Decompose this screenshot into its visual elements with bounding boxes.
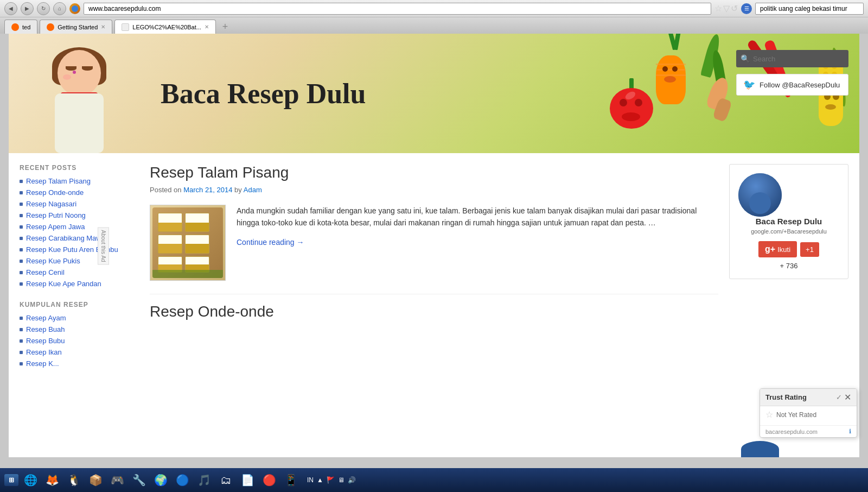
trust-rating-row: ☆ Not Yet Rated xyxy=(765,409,851,420)
post2-title-link[interactable]: Resep Onde-onde xyxy=(150,303,274,320)
browser-menu-icon[interactable]: ☰ xyxy=(741,3,752,14)
tab-icon-lego xyxy=(122,23,129,31)
bullet-icon xyxy=(20,180,23,183)
list-item: Resep Ikan xyxy=(20,348,139,356)
list-item: Resep Kue Pukis xyxy=(20,257,139,265)
recent-posts-list: Resep Talam Pisang Resep Onde-onde Resep… xyxy=(20,177,139,288)
bullet-icon xyxy=(20,191,23,194)
list-item: Resep K... xyxy=(20,359,139,368)
trust-status: Not Yet Rated xyxy=(776,411,816,419)
recent-post-link-10[interactable]: Resep Kue Ape Pandan xyxy=(26,280,101,288)
bullet-icon xyxy=(20,225,23,229)
browser-logo xyxy=(69,3,80,14)
recent-posts-title: RECENT POSTS xyxy=(20,164,139,172)
kumpulan-link-2[interactable]: Resep Buah xyxy=(26,325,65,333)
search-icon: 🔍 xyxy=(741,54,750,63)
post-divider xyxy=(150,294,718,294)
gplus-avatar xyxy=(738,173,782,217)
trust-footer: bacaresepdulu.com ℹ xyxy=(760,425,857,437)
gplus-follow-row: g+ Ikuti +1 xyxy=(738,241,839,257)
trust-close-button[interactable]: ✕ xyxy=(844,392,851,402)
tab-ted[interactable]: ted xyxy=(4,20,37,34)
gplus-url: google.com/+Bacaresepdulu xyxy=(738,228,839,235)
recent-post-link-5[interactable]: Resep Apem Jawa xyxy=(26,223,85,231)
tomato-decoration xyxy=(610,88,653,129)
search-input[interactable] xyxy=(753,55,844,63)
kumpulan-list: Resep Ayam Resep Buah Resep Bubu Resep I… xyxy=(20,314,139,368)
tab-close-started[interactable]: ✕ xyxy=(101,24,105,30)
tab-lego[interactable]: LEGO%C2%AE%20Bat... ✕ xyxy=(114,20,216,34)
kumpulan-link-3[interactable]: Resep Bubu xyxy=(26,337,65,345)
list-item: Resep Kue Ape Pandan xyxy=(20,280,139,288)
gplus-count: + 736 xyxy=(738,262,839,270)
recent-post-link-6[interactable]: Resep Carabikang Mawar xyxy=(26,234,107,242)
post1-text-content: Anda mungkin sudah familiar dengan kue y… xyxy=(237,205,718,281)
tab-icon-started xyxy=(47,23,54,31)
gplus-follow-button[interactable]: g+ Ikuti xyxy=(758,241,797,257)
kumpulan-link-5[interactable]: Resep K... xyxy=(26,359,59,368)
post1-author-link[interactable]: Adam xyxy=(244,186,262,194)
forward-button[interactable]: ▶ xyxy=(21,2,34,15)
right-sidebar: Baca Resep Dulu google.com/+Bacaresepdul… xyxy=(729,164,848,381)
left-sidebar: RECENT POSTS Resep Talam Pisang Resep On… xyxy=(20,164,139,381)
post1-title-link[interactable]: Resep Talam Pisang xyxy=(150,164,289,181)
tab-close-lego[interactable]: ✕ xyxy=(205,24,209,30)
gplus-plusone-button[interactable]: +1 xyxy=(800,242,819,257)
post2-title: Resep Onde-onde xyxy=(150,303,718,320)
girl-body xyxy=(55,93,104,153)
main-layout: RECENT POSTS Resep Talam Pisang Resep On… xyxy=(9,153,859,392)
bullet-icon xyxy=(20,351,23,354)
girl-head xyxy=(58,50,101,96)
post1-date-link[interactable]: March 21, 2014 xyxy=(183,186,232,194)
post1-meta: Posted on March 21, 2014 by Adam xyxy=(150,186,718,194)
new-tab-button[interactable]: + xyxy=(218,20,233,34)
post1-continue-link[interactable]: Continue reading → xyxy=(237,238,304,247)
main-content: Resep Talam Pisang Posted on March 21, 2… xyxy=(150,164,718,381)
back-button[interactable]: ◀ xyxy=(4,2,17,15)
tab-getting-started[interactable]: Getting Started ✕ xyxy=(40,20,112,34)
list-item: Resep Ayam xyxy=(20,314,139,322)
browser-window: ◀ ▶ ↻ ⌂ ☆ ▽ ↺ ☰ ted Getting Started ✕ LE… xyxy=(0,0,868,457)
recent-post-link-8[interactable]: Resep Kue Pukis xyxy=(26,257,80,265)
search-widget: 🔍 xyxy=(736,50,848,67)
list-item: Resep Buah xyxy=(20,325,139,333)
list-item: Resep Onde-onde xyxy=(20,188,139,197)
recent-post-link-4[interactable]: Resep Putri Noong xyxy=(26,211,86,219)
trust-star-icon: ☆ xyxy=(765,409,773,420)
kumpulan-link-4[interactable]: Resep Ikan xyxy=(26,348,62,356)
recent-post-link-9[interactable]: Resep Cenil xyxy=(26,268,65,276)
list-item: Resep Talam Pisang xyxy=(20,177,139,185)
bullet-icon xyxy=(20,237,23,240)
tab-label-started: Getting Started xyxy=(58,24,98,30)
gplus-follow-label: Ikuti xyxy=(777,245,790,254)
post1-excerpt: Anda mungkin sudah familiar dengan kue y… xyxy=(150,205,718,281)
recent-post-link-1[interactable]: Resep Talam Pisang xyxy=(26,177,91,185)
url-bar[interactable] xyxy=(84,3,711,15)
carrot-decoration xyxy=(656,45,686,104)
reload-button[interactable]: ↻ xyxy=(37,2,50,15)
bullet-icon xyxy=(20,248,23,251)
recent-post-link-2[interactable]: Resep Onde-onde xyxy=(26,188,84,197)
list-item: Resep Bubu xyxy=(20,337,139,345)
kumpulan-link-1[interactable]: Resep Ayam xyxy=(26,314,66,322)
gplus-icon: g+ xyxy=(765,244,775,254)
twitter-follow-text: Follow @BacaResepDulu xyxy=(760,81,840,89)
tab-icon-ted xyxy=(11,23,19,31)
trust-rating-title: Trust Rating xyxy=(765,393,807,401)
trust-header: Trust Rating ✓ ✕ xyxy=(760,389,857,406)
twitter-follow-widget[interactable]: 🐦 Follow @BacaResepDulu xyxy=(736,74,848,96)
gplus-widget: Baca Resep Dulu google.com/+Bacaresepdul… xyxy=(729,164,848,279)
tab-label-lego: LEGO%C2%AE%20Bat... xyxy=(132,24,201,30)
bullet-icon xyxy=(20,328,23,331)
trust-rating-widget: Trust Rating ✓ ✕ ☆ Not Yet Rated bacares… xyxy=(760,388,857,438)
trust-check-icon: ✓ xyxy=(836,393,842,401)
bullet-icon xyxy=(20,362,23,365)
trust-info-icon[interactable]: ℹ xyxy=(849,428,851,435)
post1-image xyxy=(150,205,226,281)
ad-strip: About this Ad xyxy=(98,228,109,265)
home-button[interactable]: ⌂ xyxy=(53,2,66,15)
list-item: Resep Putri Noong xyxy=(20,211,139,219)
prawn-decoration xyxy=(710,77,729,121)
recent-post-link-3[interactable]: Resep Nagasari xyxy=(26,200,76,208)
browser-search-input[interactable] xyxy=(755,3,864,15)
